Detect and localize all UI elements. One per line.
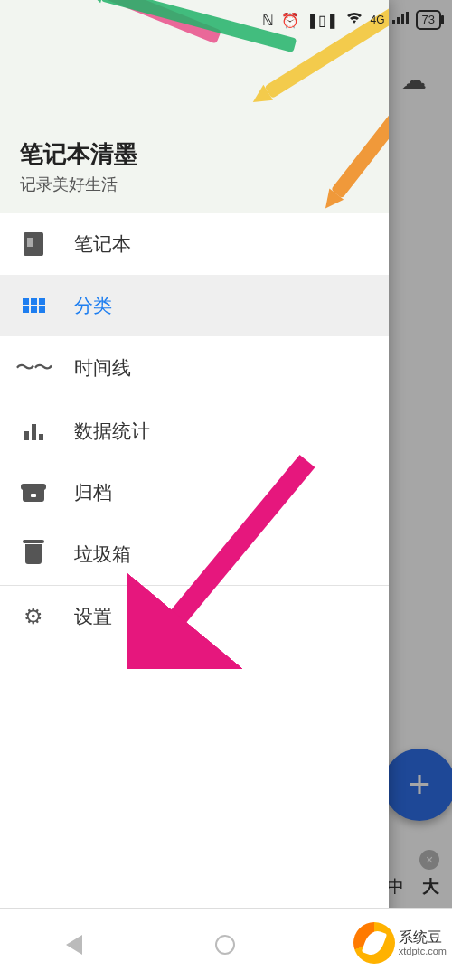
app-title: 笔记本清墨 bbox=[20, 138, 137, 170]
menu-item-trash[interactable]: 垃圾箱 bbox=[0, 523, 389, 585]
timeline-icon: 〜〜 bbox=[20, 354, 47, 382]
menu-label: 时间线 bbox=[74, 355, 131, 381]
trash-icon bbox=[20, 544, 47, 564]
gear-icon: ⚙ bbox=[20, 604, 47, 629]
wifi-icon bbox=[345, 11, 363, 29]
nav-back-icon[interactable] bbox=[66, 935, 82, 955]
menu-label: 笔记本 bbox=[74, 231, 131, 257]
watermark: 系统豆 xtdptc.com bbox=[353, 922, 447, 964]
menu-item-archive[interactable]: 归档 bbox=[0, 462, 389, 523]
menu-item-category[interactable]: 分类 bbox=[0, 275, 389, 336]
svg-rect-3 bbox=[406, 12, 409, 24]
menu-item-settings[interactable]: ⚙ 设置 bbox=[0, 586, 389, 647]
watermark-logo-icon bbox=[353, 922, 395, 964]
vibrate-icon: ❚▯❚ bbox=[306, 12, 338, 29]
watermark-name: 系统豆 bbox=[399, 929, 447, 946]
menu-label: 垃圾箱 bbox=[74, 542, 131, 567]
nfc-icon: ℕ bbox=[262, 12, 274, 29]
menu-label: 分类 bbox=[74, 293, 112, 318]
nav-home-icon[interactable] bbox=[215, 935, 235, 955]
menu-item-notebook[interactable]: 笔记本 bbox=[0, 213, 389, 275]
app-subtitle: 记录美好生活 bbox=[20, 174, 137, 195]
alarm-icon: ⏰ bbox=[281, 12, 299, 29]
notebook-icon bbox=[20, 232, 47, 256]
archive-icon bbox=[20, 484, 47, 502]
nav-drawer: 笔记本清墨 记录美好生活 笔记本 分类 〜〜 时间线 bbox=[0, 0, 389, 980]
menu-label: 归档 bbox=[74, 480, 112, 505]
phone-screen: ☁ + 体过小 × 中 大 笔记本清墨 记录美好生活 bbox=[0, 0, 452, 980]
watermark-url: xtdptc.com bbox=[399, 946, 447, 956]
svg-rect-0 bbox=[392, 20, 395, 24]
grid-icon bbox=[20, 298, 47, 313]
network-label: 4G bbox=[371, 14, 385, 25]
drawer-menu: 笔记本 分类 〜〜 时间线 数据统计 归档 bbox=[0, 213, 389, 980]
svg-rect-2 bbox=[401, 14, 404, 24]
battery-indicator: 73 bbox=[416, 10, 441, 30]
menu-label: 设置 bbox=[74, 604, 112, 629]
menu-item-stats[interactable]: 数据统计 bbox=[0, 400, 389, 462]
menu-item-timeline[interactable]: 〜〜 时间线 bbox=[0, 336, 389, 400]
menu-label: 数据统计 bbox=[74, 419, 150, 444]
signal-icon bbox=[392, 12, 409, 28]
svg-rect-1 bbox=[397, 17, 400, 24]
stats-icon bbox=[20, 422, 47, 440]
status-bar: ℕ ⏰ ❚▯❚ 4G 73 bbox=[0, 0, 452, 40]
